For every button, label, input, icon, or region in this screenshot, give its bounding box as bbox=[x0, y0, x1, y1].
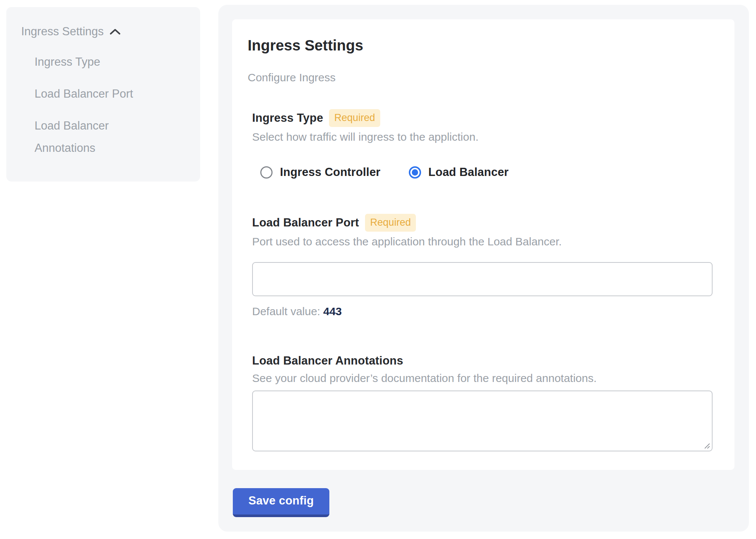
load-balancer-port-description: Port used to access the application thro… bbox=[252, 235, 719, 249]
sidebar-item-load-balancer-port[interactable]: Load Balancer Port bbox=[35, 83, 146, 105]
load-balancer-annotations-textarea[interactable] bbox=[252, 391, 713, 451]
chevron-up-icon bbox=[110, 28, 121, 35]
settings-sidebar: Ingress Settings Ingress Type Load Balan… bbox=[6, 7, 200, 182]
ingress-type-description: Select how traffic will ingress to the a… bbox=[252, 130, 719, 144]
sidebar-item-load-balancer-annotations[interactable]: Load Balancer Annotations bbox=[35, 115, 146, 159]
save-config-button[interactable]: Save config bbox=[233, 488, 329, 517]
section-ingress-type: Ingress Type Required Select how traffic… bbox=[252, 109, 719, 179]
required-badge: Required bbox=[365, 214, 416, 232]
sidebar-group-ingress-settings[interactable]: Ingress Settings bbox=[21, 24, 185, 39]
radio-unchecked-icon[interactable] bbox=[260, 166, 273, 179]
ingress-settings-card: Ingress Settings Configure Ingress Ingre… bbox=[232, 19, 734, 470]
load-balancer-annotations-description: See your cloud provider’s documentation … bbox=[252, 371, 719, 385]
page-subtitle: Configure Ingress bbox=[248, 71, 719, 85]
page-title: Ingress Settings bbox=[248, 36, 719, 54]
ingress-type-radio-group: Ingress Controller Load Balancer bbox=[260, 166, 719, 179]
default-value-label: Default value: bbox=[252, 305, 320, 317]
load-balancer-annotations-label: Load Balancer Annotations bbox=[252, 353, 403, 368]
radio-checked-icon[interactable] bbox=[409, 166, 421, 179]
radio-label-ingress-controller: Ingress Controller bbox=[280, 166, 381, 179]
ingress-type-label: Ingress Type bbox=[252, 111, 323, 125]
radio-option-load-balancer[interactable]: Load Balancer bbox=[409, 166, 509, 179]
sidebar-item-ingress-type[interactable]: Ingress Type bbox=[35, 51, 146, 73]
sidebar-nav: Ingress Type Load Balancer Port Load Bal… bbox=[21, 51, 185, 159]
radio-option-ingress-controller[interactable]: Ingress Controller bbox=[260, 166, 381, 179]
default-value-line: Default value:443 bbox=[252, 304, 719, 318]
section-load-balancer-port: Load Balancer Port Required Port used to… bbox=[252, 214, 719, 318]
load-balancer-port-label: Load Balancer Port bbox=[252, 215, 359, 230]
radio-label-load-balancer: Load Balancer bbox=[428, 166, 509, 179]
load-balancer-port-input[interactable] bbox=[252, 262, 713, 296]
main-panel: Ingress Settings Configure Ingress Ingre… bbox=[218, 5, 749, 532]
required-badge: Required bbox=[329, 109, 380, 127]
default-value: 443 bbox=[323, 305, 342, 317]
sidebar-group-label: Ingress Settings bbox=[21, 24, 104, 39]
section-load-balancer-annotations: Load Balancer Annotations See your cloud… bbox=[252, 353, 719, 451]
